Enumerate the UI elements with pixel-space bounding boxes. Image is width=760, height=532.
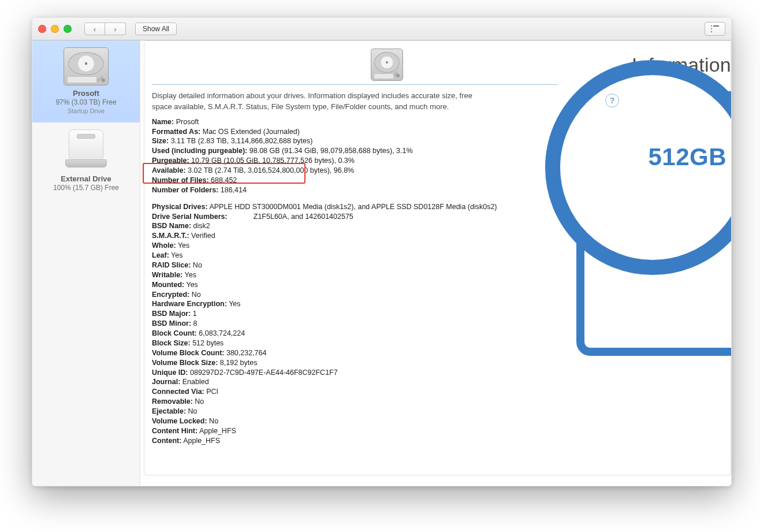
info-value: 089297D2-7C9D-497E-AE44-46F8C92FC1F7 (188, 369, 338, 377)
info-row: Volume Block Size: 8,192 bytes (152, 358, 568, 368)
header-rule (152, 84, 558, 85)
drive-subtitle: Startup Drive (36, 107, 136, 114)
info-value: Apple_HFS (181, 437, 220, 445)
window-close-button[interactable] (38, 25, 46, 33)
list-icon (711, 25, 719, 32)
sidebar: Prosoft 97% (3.03 TB) Free Startup Drive… (32, 40, 140, 486)
info-row: BSD Name: disk2 (152, 221, 568, 231)
info-row: Drive Serial Numbers: Z1F5L60A, and 1426… (152, 212, 568, 222)
nav-segment: ‹ › (84, 23, 126, 35)
info-key: Hardware Encryption: (152, 300, 227, 308)
info-value: 8 (191, 319, 197, 328)
info-value: Enabled (180, 378, 208, 386)
info-value: 688,452 (209, 176, 237, 184)
info-row: Journal: Enabled (152, 377, 568, 387)
help-button[interactable]: ? (605, 94, 619, 107)
info-row: Purgeable: 10.79 GB (10.05 GiB, 10,785,7… (152, 156, 568, 166)
info-row: Ejectable: No (152, 407, 568, 416)
info-key: Volume Block Count: (152, 349, 224, 357)
info-row: BSD Major: 1 (152, 309, 568, 319)
info-key: Available: (152, 166, 186, 174)
internal-hdd-icon (371, 49, 403, 81)
info-row: Content Hint: Apple_HFS (152, 426, 568, 436)
info-key: BSD Minor: (152, 319, 191, 328)
info-value: PCI (204, 388, 218, 396)
info-key: S.M.A.R.T.: (152, 232, 189, 240)
info-row: Number of Files: 688,452 (152, 176, 568, 185)
info-value: Yes (182, 271, 196, 279)
info-key: BSD Name: (152, 222, 191, 230)
info-key: Drive Serial Numbers: (152, 213, 228, 221)
info-row: Number of Folders: 186,414 (152, 185, 568, 195)
sidebar-drive-prosoft[interactable]: Prosoft 97% (3.03 TB) Free Startup Drive (32, 40, 140, 122)
info-key: Block Count: (152, 329, 197, 337)
info-row: Name: Prosoft (152, 117, 568, 127)
external-drive-icon (65, 129, 107, 171)
promo-ring-label: 512GB (648, 143, 727, 171)
info-row: Content: Apple_HFS (152, 436, 568, 446)
sidebar-drive-external[interactable]: External Drive 100% (15.7 GB) Free (32, 122, 140, 200)
info-key: Journal: (152, 378, 180, 386)
info-key: Volume Locked: (152, 417, 207, 425)
info-row: Unique ID: 089297D2-7C9D-497E-AE44-46F8C… (152, 368, 568, 378)
info-row: Used (including purgeable): 98.08 GB (91… (152, 146, 568, 156)
info-key: Unique ID: (152, 369, 188, 377)
info-value: 3.11 TB (2.83 TiB, 3,114,866,802,688 byt… (169, 137, 312, 145)
titlebar: ‹ › Show All (32, 18, 731, 40)
info-row: Leaf: Yes (152, 251, 568, 261)
info-row: Available: 3.02 TB (2.74 TiB, 3,016,524,… (152, 166, 568, 176)
chevron-right-icon: › (114, 25, 116, 34)
show-all-button[interactable]: Show All (135, 23, 177, 35)
info-value: No (186, 407, 197, 415)
info-value: No (191, 261, 202, 269)
info-basic-block: Name: ProsoftFormatted As: Mac OS Extend… (152, 117, 568, 202)
info-value: 512 bytes (191, 339, 224, 347)
drive-name: External Drive (36, 174, 136, 183)
info-value: 1 (191, 310, 196, 318)
info-row: Mounted: Yes (152, 280, 568, 290)
window-zoom-button[interactable] (64, 25, 72, 33)
internal-hdd-icon (64, 47, 109, 85)
info-key: Physical Drives: (152, 203, 208, 211)
info-value: Mac OS Extended (Journaled) (200, 128, 300, 136)
info-value: APPLE HDD ST3000DM001 Media (disk1s2), a… (208, 203, 497, 211)
info-value: Yes (184, 281, 198, 289)
info-value: 3.02 TB (2.74 TiB, 3,016,524,800,000 byt… (186, 166, 355, 174)
info-key: Ejectable: (152, 407, 186, 415)
info-key: Writable: (152, 271, 182, 279)
info-row: Volume Locked: No (152, 416, 568, 426)
info-key: Removable: (152, 397, 193, 405)
info-value: Apple_HFS (198, 427, 236, 435)
view-list-button[interactable] (705, 22, 725, 36)
info-key: Formatted As: (152, 128, 200, 136)
info-key: Size: (152, 137, 169, 145)
info-key: Mounted: (152, 281, 184, 289)
app-window: ‹ › Show All Prosoft 97% (3.03 TB) (32, 17, 732, 486)
info-key: Content Hint: (152, 427, 198, 435)
info-key: Volume Block Size: (152, 359, 218, 367)
help-icon: ? (610, 96, 615, 105)
info-key: Number of Files: (152, 176, 209, 184)
info-key: BSD Major: (152, 310, 191, 318)
info-row: RAID Slice: No (152, 261, 568, 270)
info-value: 186,414 (218, 186, 247, 194)
chevron-left-icon: ‹ (94, 25, 96, 34)
info-value: Yes (169, 251, 183, 259)
info-row: Size: 3.11 TB (2.83 TiB, 3,114,866,802,6… (152, 136, 568, 146)
info-key: Whole: (152, 241, 176, 250)
info-row: Volume Block Count: 380,232,764 (152, 348, 568, 358)
info-hardware-block: Physical Drives: APPLE HDD ST3000DM001 M… (152, 202, 568, 453)
forward-button[interactable]: › (105, 23, 126, 35)
info-value: Yes (176, 241, 190, 250)
drive-free: 97% (3.03 TB) Free (36, 98, 136, 106)
info-value: 98.08 GB (91.34 GiB, 98,079,858,688 byte… (247, 147, 412, 155)
window-minimize-button[interactable] (51, 25, 59, 33)
info-value: Prosoft (174, 118, 199, 126)
info-key: Content: (152, 437, 181, 445)
info-value: 10.79 GB (10.05 GiB, 10,785,777,526 byte… (189, 157, 355, 165)
info-value: No (193, 397, 204, 405)
info-row: Block Count: 6,083,724,224 (152, 329, 568, 338)
page-description: Display detailed information about your … (152, 91, 487, 113)
back-button[interactable]: ‹ (84, 23, 105, 35)
info-key: Purgeable: (152, 157, 189, 165)
